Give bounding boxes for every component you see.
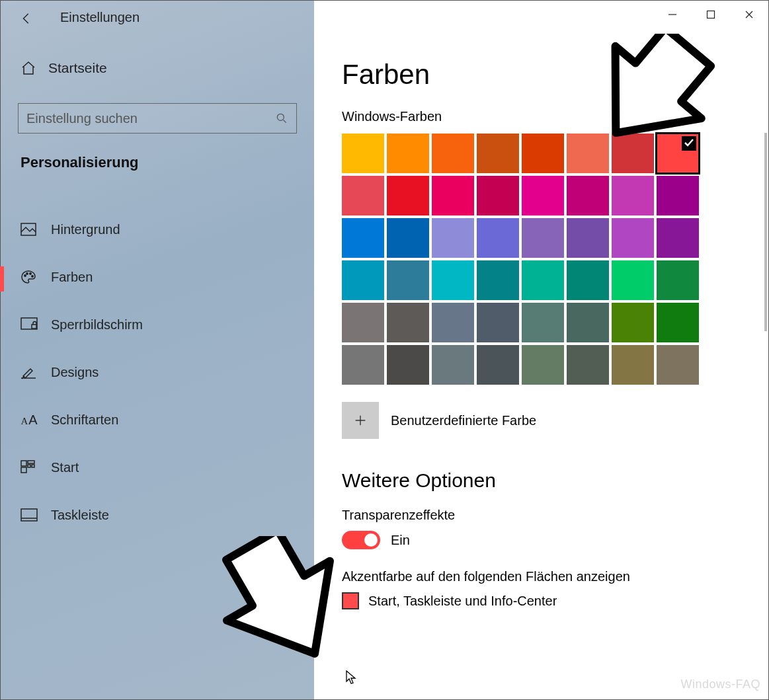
transparency-label: Transparenzeffekte	[342, 508, 768, 523]
sidebar-item-hintergrund[interactable]: Hintergrund	[1, 206, 314, 253]
color-swatch[interactable]	[432, 303, 474, 342]
palette-icon	[20, 269, 38, 285]
sidebar-item-taskleiste[interactable]: Taskleiste	[1, 491, 314, 539]
color-swatch[interactable]	[612, 218, 654, 258]
sidebar-item-label: Designs	[51, 365, 99, 380]
color-swatch[interactable]	[522, 260, 564, 300]
color-swatch[interactable]	[612, 345, 654, 385]
color-swatch[interactable]	[387, 134, 429, 173]
color-swatch[interactable]	[567, 260, 609, 300]
svg-rect-10	[28, 465, 30, 467]
cursor-icon	[346, 670, 358, 685]
settings-window: Einstellungen Startseite Einstellung suc…	[0, 0, 769, 700]
color-swatch[interactable]	[657, 218, 699, 258]
color-swatch[interactable]	[612, 260, 654, 300]
color-swatch[interactable]	[432, 345, 474, 385]
color-swatch[interactable]	[387, 260, 429, 300]
svg-rect-13	[21, 509, 37, 521]
svg-marker-17	[576, 34, 728, 169]
svg-rect-7	[32, 325, 36, 329]
annotation-arrow-bottom	[206, 536, 364, 695]
window-controls	[653, 1, 768, 28]
color-swatch[interactable]	[657, 176, 699, 215]
svg-point-5	[32, 276, 33, 277]
color-swatch[interactable]	[657, 345, 699, 385]
color-swatch[interactable]	[612, 303, 654, 342]
sidebar-category: Personalisierung	[20, 154, 139, 171]
window-title: Einstellungen	[60, 10, 140, 25]
color-swatch[interactable]	[342, 218, 384, 258]
scrollbar[interactable]	[764, 133, 767, 331]
color-swatch[interactable]	[522, 303, 564, 342]
color-swatch[interactable]	[342, 260, 384, 300]
svg-rect-8	[21, 461, 26, 466]
minimize-button[interactable]	[653, 1, 692, 28]
color-swatch[interactable]	[432, 176, 474, 215]
sidebar-item-label: Hintergrund	[51, 222, 120, 237]
color-swatch[interactable]	[567, 176, 609, 215]
color-swatch[interactable]	[477, 134, 519, 173]
search-input[interactable]: Einstellung suchen	[18, 103, 297, 134]
color-swatch[interactable]	[657, 260, 699, 300]
svg-rect-9	[28, 461, 34, 463]
svg-rect-12	[21, 467, 26, 473]
color-swatch[interactable]	[477, 345, 519, 385]
sidebar-item-label: Schriftarten	[51, 412, 118, 428]
color-swatch[interactable]	[567, 345, 609, 385]
color-swatch[interactable]	[432, 134, 474, 173]
more-options-heading: Weitere Optionen	[342, 469, 768, 492]
sidebar-home[interactable]: Startseite	[20, 60, 107, 76]
sidebar-item-schriftarten[interactable]: AASchriftarten	[1, 396, 314, 444]
lockscreen-icon	[20, 317, 38, 332]
color-swatch[interactable]	[387, 303, 429, 342]
custom-color-button[interactable]	[342, 402, 379, 439]
svg-rect-16	[708, 11, 715, 19]
sidebar-home-label: Startseite	[48, 60, 107, 76]
back-button[interactable]	[19, 11, 34, 26]
color-swatch[interactable]	[657, 303, 699, 342]
color-swatch[interactable]	[342, 176, 384, 215]
color-swatch[interactable]	[432, 218, 474, 258]
color-swatch[interactable]	[567, 218, 609, 258]
color-swatch[interactable]	[342, 134, 384, 173]
color-swatch[interactable]	[432, 260, 474, 300]
image-icon	[20, 223, 38, 236]
sidebar-item-sperrbildschirm[interactable]: Sperrbildschirm	[1, 301, 314, 348]
sidebar-item-label: Farben	[51, 270, 93, 285]
watermark: Windows-FAQ	[680, 678, 760, 691]
color-swatch[interactable]	[522, 345, 564, 385]
sidebar-item-start[interactable]: Start	[1, 444, 314, 491]
accent-checkbox-start-label: Start, Taskleiste und Info-Center	[368, 594, 557, 609]
color-swatch[interactable]	[387, 345, 429, 385]
color-swatch[interactable]	[387, 176, 429, 215]
sidebar-item-label: Start	[51, 460, 79, 475]
taskbar-icon	[20, 508, 38, 522]
color-swatch[interactable]	[477, 218, 519, 258]
custom-color-row: Benutzerdefinierte Farbe	[342, 402, 768, 439]
color-swatch[interactable]	[522, 218, 564, 258]
svg-rect-11	[32, 465, 34, 467]
color-swatch[interactable]	[522, 176, 564, 215]
color-swatch[interactable]	[477, 303, 519, 342]
color-swatch[interactable]	[342, 345, 384, 385]
color-swatch[interactable]	[387, 218, 429, 258]
brush-icon	[20, 365, 38, 379]
search-placeholder: Einstellung suchen	[26, 111, 138, 126]
sidebar-item-designs[interactable]: Designs	[1, 348, 314, 396]
sidebar-nav: HintergrundFarbenSperrbildschirmDesignsA…	[1, 206, 314, 539]
color-swatch[interactable]	[477, 260, 519, 300]
search-icon	[275, 112, 288, 125]
custom-color-label: Benutzerdefinierte Farbe	[391, 413, 536, 428]
color-swatch[interactable]	[522, 134, 564, 173]
sidebar-item-farben[interactable]: Farben	[1, 253, 314, 301]
maximize-button[interactable]	[692, 1, 730, 28]
color-swatch[interactable]	[342, 303, 384, 342]
sidebar-item-label: Sperrbildschirm	[51, 317, 143, 332]
accent-surface-heading: Akzentfarbe auf den folgenden Flächen an…	[342, 569, 768, 584]
svg-point-3	[26, 273, 28, 274]
color-swatch[interactable]	[567, 303, 609, 342]
color-swatch[interactable]	[477, 176, 519, 215]
svg-point-0	[277, 114, 284, 120]
close-button[interactable]	[730, 1, 768, 28]
color-swatch[interactable]	[612, 176, 654, 215]
